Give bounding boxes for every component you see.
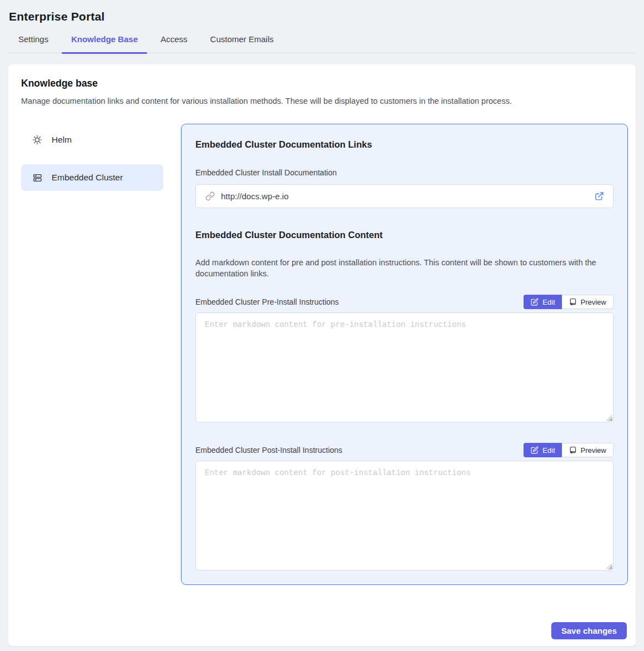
tab-bar: Settings Knowledge Base Access Customer … bbox=[9, 34, 635, 53]
post-install-edit-button[interactable]: Edit bbox=[524, 443, 561, 457]
link-icon bbox=[205, 191, 215, 201]
helm-icon bbox=[32, 135, 42, 145]
footer-row: Save changes bbox=[21, 622, 627, 639]
edit-icon bbox=[531, 446, 539, 454]
content-section-description: Add markdown content for pre and post in… bbox=[195, 257, 613, 279]
edit-button-label: Edit bbox=[542, 446, 555, 455]
sidebar-item-helm[interactable]: Helm bbox=[21, 127, 163, 153]
pre-install-edit-button[interactable]: Edit bbox=[524, 295, 561, 309]
pre-install-mode-toggle: Edit Preview bbox=[524, 295, 613, 309]
tab-settings[interactable]: Settings bbox=[9, 34, 58, 53]
post-install-mode-toggle: Edit Preview bbox=[524, 443, 613, 457]
install-method-sidebar: Helm Embedded Cluster bbox=[21, 124, 163, 585]
pre-install-preview-button[interactable]: Preview bbox=[562, 295, 613, 309]
preview-button-label: Preview bbox=[581, 446, 606, 455]
book-icon bbox=[569, 446, 577, 454]
server-stack-icon bbox=[32, 173, 42, 183]
content-row: Helm Embedded Cluster Embedded Cluster D… bbox=[21, 124, 627, 585]
post-install-textarea-wrap bbox=[195, 461, 613, 571]
save-changes-button[interactable]: Save changes bbox=[551, 622, 627, 639]
tab-access[interactable]: Access bbox=[151, 34, 197, 53]
edit-button-label: Edit bbox=[542, 298, 555, 306]
embedded-cluster-panel: Embedded Cluster Documentation Links Emb… bbox=[181, 124, 628, 585]
external-link-icon[interactable] bbox=[595, 191, 604, 201]
page-title: Knowledge base bbox=[21, 78, 627, 89]
app-title: Enterprise Portal bbox=[9, 10, 635, 23]
edit-icon bbox=[531, 298, 539, 306]
tab-knowledge-base[interactable]: Knowledge Base bbox=[62, 34, 147, 53]
app-header: Enterprise Portal Settings Knowledge Bas… bbox=[0, 0, 644, 53]
post-install-label: Embedded Cluster Post-Install Instructio… bbox=[195, 446, 343, 455]
preview-button-label: Preview bbox=[581, 298, 606, 306]
knowledge-base-card: Knowledge base Manage documentation link… bbox=[8, 64, 636, 647]
tab-customer-emails[interactable]: Customer Emails bbox=[201, 34, 283, 53]
post-install-label-row: Embedded Cluster Post-Install Instructio… bbox=[195, 443, 613, 457]
sidebar-item-label: Embedded Cluster bbox=[52, 173, 123, 183]
links-section-heading: Embedded Cluster Documentation Links bbox=[195, 139, 613, 150]
pre-install-textarea[interactable] bbox=[195, 312, 613, 422]
pre-install-label: Embedded Cluster Pre-Install Instruction… bbox=[195, 297, 339, 306]
sidebar-item-label: Helm bbox=[52, 135, 72, 145]
pre-install-label-row: Embedded Cluster Pre-Install Instruction… bbox=[195, 295, 613, 309]
book-icon bbox=[569, 298, 577, 306]
post-install-preview-button[interactable]: Preview bbox=[562, 443, 613, 457]
page-description: Manage documentation links and content f… bbox=[21, 97, 627, 105]
sidebar-item-embedded-cluster[interactable]: Embedded Cluster bbox=[21, 164, 163, 191]
install-doc-input-wrap bbox=[195, 184, 613, 208]
post-install-textarea[interactable] bbox=[195, 461, 613, 571]
install-doc-label: Embedded Cluster Install Documentation bbox=[195, 168, 613, 177]
install-doc-input[interactable] bbox=[221, 191, 588, 201]
pre-install-textarea-wrap bbox=[195, 312, 613, 422]
content-section-heading: Embedded Cluster Documentation Content bbox=[195, 230, 613, 240]
